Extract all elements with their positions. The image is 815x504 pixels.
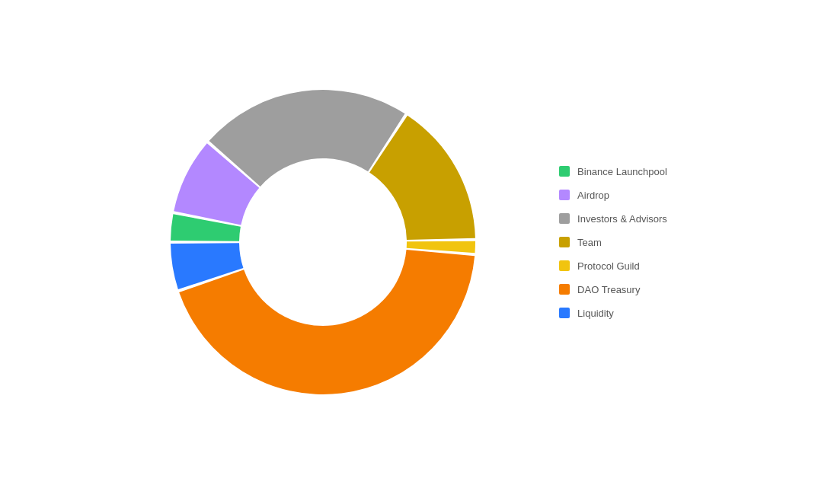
legend-item-5: DAO Treasury <box>559 284 667 295</box>
page-title <box>0 0 815 14</box>
legend-label-0: Binance Launchpool <box>577 166 667 177</box>
legend-label-6: Liquidity <box>577 308 614 319</box>
legend-item-1: Airdrop <box>559 190 667 201</box>
legend-label-3: Team <box>577 237 602 248</box>
legend-container: Binance LaunchpoolAirdropInvestors & Adv… <box>559 166 667 319</box>
legend-label-5: DAO Treasury <box>577 284 640 295</box>
legend-color-0 <box>559 166 570 177</box>
legend-color-6 <box>559 308 570 318</box>
legend-item-3: Team <box>559 237 667 248</box>
legend-item-6: Liquidity <box>559 308 667 319</box>
donut-wrapper <box>148 67 498 417</box>
legend-color-5 <box>559 284 570 295</box>
chart-container: Binance LaunchpoolAirdropInvestors & Adv… <box>0 14 815 471</box>
donut-chart <box>148 67 498 417</box>
legend-color-1 <box>559 190 570 200</box>
legend-label-1: Airdrop <box>577 190 609 201</box>
legend-color-3 <box>559 237 570 247</box>
legend-label-2: Investors & Advisors <box>577 213 667 225</box>
legend-item-0: Binance Launchpool <box>559 166 667 177</box>
legend-label-4: Protocol Guild <box>577 260 640 272</box>
legend-item-4: Protocol Guild <box>559 260 667 272</box>
legend-color-4 <box>559 260 570 271</box>
legend-color-2 <box>559 213 570 224</box>
legend-item-2: Investors & Advisors <box>559 213 667 225</box>
